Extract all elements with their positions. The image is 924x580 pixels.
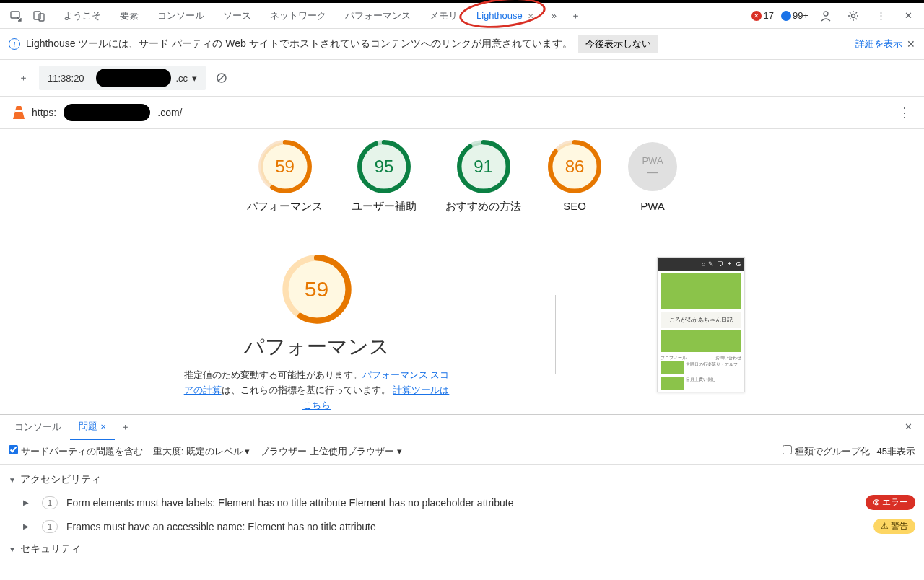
detail-link[interactable]: 詳細を表示 [855,38,902,50]
drawer: コンソール 問題✕ ＋ ✕ サードパーティの問題を含む 重大度: 既定のレベル … [0,414,924,564]
browser-dropdown[interactable]: ブラウザー 上位使用ブラウザー ▾ [260,445,401,458]
gauge-ring: 59 [261,142,310,191]
gear-icon[interactable] [843,6,863,26]
account-icon[interactable] [816,6,836,26]
message-count: 99+ [793,10,808,21]
issue-text: Frames must have an accessible name: Ele… [66,521,376,532]
gauge-label: ユーザー補助 [352,200,417,214]
more-tabs-icon[interactable]: » [544,6,564,26]
svg-rect-1 [34,12,40,19]
svg-point-4 [852,14,855,17]
info-icon: i [9,38,20,50]
close-devtools-icon[interactable]: ✕ [898,6,918,26]
third-party-checkbox[interactable]: サードパーティの問題を含む [9,445,143,458]
gauge-0[interactable]: 59パフォーマンス [247,142,323,214]
devtools-toolbar: ようこそ 要素 コンソール ソース ネットワーク パフォーマンス メモリ Lig… [0,3,924,29]
message-indicator[interactable]: 99+ [781,10,808,21]
timestamp-text: 11:38:20 – [48,73,92,84]
add-tab-icon[interactable]: ＋ [565,6,585,26]
inspect-icon[interactable] [6,6,26,26]
infobar-text: Lighthouse ツールには、サード パーティの Web サイトでホストされ… [26,38,572,50]
screenshot-thumbnail: ⌂✎🗨＋G ころがるかあちゃん日記 プロフィールお問い合わせ 大曜日の行楽落り・… [657,257,745,392]
tab-sources[interactable]: ソース [214,5,260,27]
section-accessibility[interactable]: ▼アクセシビリティ [9,469,915,491]
gauge-ring: 86 [550,142,599,191]
chevron-right-icon: ▶ [23,522,29,530]
tab-lighthouse[interactable]: Lighthouse ✕ [468,6,542,25]
report-subbar: ＋ 11:38:20 – .cc ▾ [0,60,924,97]
gauge-1[interactable]: 95ユーザー補助 [352,142,417,214]
issue-row[interactable]: ▶1Frames must have an accessible name: E… [9,514,915,538]
gauge-3[interactable]: 86SEO [550,142,599,214]
report-main: 59パフォーマンス95ユーザー補助91おすすめの方法86SEOPWA—PWA 5… [0,129,924,414]
kebab-icon[interactable]: ⋮ [871,6,891,26]
issue-badge: ⊗ エラー [866,495,915,510]
gauge-2[interactable]: 91おすすめの方法 [445,142,521,214]
url-suffix: .com/ [157,107,182,118]
close-icon[interactable]: ✕ [528,12,533,20]
issue-count: 1 [42,496,58,509]
infobar: i Lighthouse ツールには、サード パーティの Web サイトでホスト… [0,29,924,60]
tab-memory[interactable]: メモリ [421,5,466,27]
performance-big-gauge: 59 [284,257,349,322]
hidden-count[interactable]: 45非表示 [877,445,915,458]
report-menu-icon[interactable]: ⋮ [898,105,911,120]
clear-icon[interactable] [212,68,232,88]
performance-title: パフォーマンス [244,333,390,361]
chevron-down-icon: ▾ [192,73,197,84]
thumb-title: ころがるかあちゃん日記 [661,312,741,328]
redacted [96,69,171,87]
tab-performance[interactable]: パフォーマンス [336,5,419,27]
gauge-ring: PWA— [628,142,677,191]
svg-point-3 [824,12,828,16]
gauge-ring: 91 [459,142,508,191]
redacted-url [64,104,150,121]
url-prefix: https: [32,107,56,118]
issue-text: Form elements must have labels: Element … [66,497,513,509]
svg-rect-0 [11,12,19,18]
gauge-label: SEO [563,200,586,212]
chevron-down-icon: ▼ [9,476,16,484]
drawer-tab-console[interactable]: コンソール [6,415,70,439]
close-icon[interactable]: ✕ [100,423,106,431]
timestamp-suffix: .cc [175,73,188,84]
drawer-tab-issues[interactable]: 問題✕ [70,414,115,440]
add-report-icon[interactable]: ＋ [13,68,33,88]
drawer-close-icon[interactable]: ✕ [898,417,918,437]
performance-detail: 59 パフォーマンス 推定値のため変動する可能性があります。パフォーマンス スコ… [0,257,924,413]
infobar-close-icon[interactable]: ✕ [907,38,915,50]
gauge-4[interactable]: PWA—PWA [628,142,677,214]
tab-elements[interactable]: 要素 [111,5,147,27]
report-selector[interactable]: 11:38:20 – .cc ▾ [39,66,206,90]
gauge-label: パフォーマンス [247,200,323,214]
chevron-down-icon: ▼ [9,545,16,553]
lighthouse-icon [13,106,25,119]
tab-console[interactable]: コンソール [149,5,213,27]
issues-filter-bar: サードパーティの問題を含む 重大度: 既定のレベル ▾ ブラウザー 上位使用ブラ… [0,439,924,465]
url-bar: https: .com/ ⋮ [0,97,924,129]
add-drawer-tab-icon[interactable]: ＋ [115,417,135,437]
gauge-ring: 95 [359,142,409,191]
gauge-label: PWA [640,200,665,212]
chevron-right-icon: ▶ [23,498,29,506]
severity-dropdown[interactable]: 重大度: 既定のレベル ▾ [153,445,250,458]
tab-welcome[interactable]: ようこそ [55,5,110,27]
issue-badge: ⚠ 警告 [873,519,915,534]
performance-note: 推定値のため変動する可能性があります。パフォーマンス スコアの計算は、これらの指… [180,368,454,413]
issue-row[interactable]: ▶1Form elements must have labels: Elemen… [9,491,915,514]
group-checkbox[interactable]: 種類でグループ化 [783,445,870,458]
issue-count: 1 [42,520,58,533]
section-security[interactable]: ▼セキュリティ [9,538,915,560]
tab-lighthouse-label: Lighthouse [476,10,523,21]
dismiss-button[interactable]: 今後表示しない [578,35,658,53]
score-gauges: 59パフォーマンス95ユーザー補助91おすすめの方法86SEOPWA—PWA [0,129,924,214]
error-count: 17 [763,10,773,21]
tab-network[interactable]: ネットワーク [261,5,335,27]
gauge-label: おすすめの方法 [445,200,521,214]
panel-tabs: ようこそ 要素 コンソール ソース ネットワーク パフォーマンス メモリ Lig… [55,5,585,27]
error-indicator[interactable]: ✕17 [751,10,773,21]
device-toggle-icon[interactable] [29,6,49,26]
divider [555,295,556,374]
